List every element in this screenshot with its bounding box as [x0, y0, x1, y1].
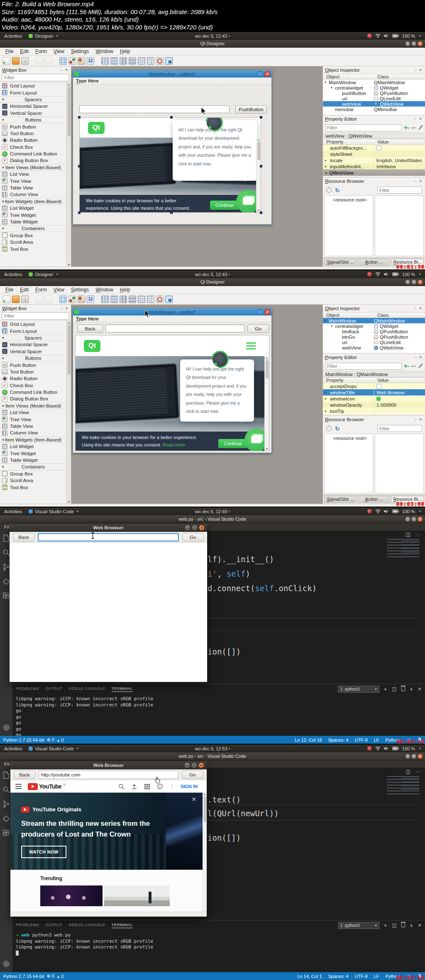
read-more-link[interactable]: Read more [162, 442, 185, 447]
selection-handle[interactable] [260, 165, 262, 167]
app-menu-vscode[interactable]: Visual Studio Code▾ [29, 746, 78, 751]
scroll-thumb[interactable] [204, 796, 206, 822]
resource-filter-input[interactable] [377, 425, 422, 432]
activities-button[interactable]: Activities [4, 272, 22, 277]
widget-box-item[interactable]: Buttons [0, 355, 66, 361]
widget-box-item[interactable]: List Widget [0, 443, 66, 450]
minimize-button[interactable] [405, 41, 410, 46]
close-banner-icon[interactable]: ✕ [191, 796, 196, 803]
maximize-button[interactable] [412, 517, 416, 522]
toolbar-icon[interactable] [30, 296, 34, 303]
debug-icon[interactable] [2, 815, 10, 823]
app-menu-designer[interactable]: Designer▾ [29, 272, 58, 277]
widget-box-item[interactable]: Push Button [0, 361, 66, 368]
menu-item[interactable]: Form [32, 287, 50, 293]
reload-icon[interactable] [335, 187, 340, 194]
window-controls[interactable] [405, 754, 423, 759]
widget-box-item[interactable]: Column View [0, 429, 66, 436]
menu-item[interactable]: Window [92, 287, 117, 293]
toolbar-icon[interactable] [59, 57, 67, 65]
configure-icon[interactable] [418, 125, 423, 131]
toolbar-icon[interactable] [78, 57, 85, 65]
widget-box-item[interactable]: Item Views (Model-Based) [0, 403, 66, 409]
widget-box-item[interactable]: Vertical Spacer [0, 348, 66, 355]
messages-icon[interactable] [157, 784, 163, 790]
app-menu-vscode[interactable]: Visual Studio Code▾ [29, 509, 78, 514]
vscode-titlebar[interactable]: web.py - src - Visual Studio Code [0, 752, 425, 760]
widget-box-item[interactable]: Table Widget [0, 457, 66, 463]
maximize-button[interactable] [412, 754, 416, 759]
errors-status[interactable]: 0 [46, 737, 54, 742]
toolbar-icon[interactable] [3, 57, 10, 65]
property-row[interactable]: locale English, UnitedStates [323, 157, 425, 163]
toolbar-icon[interactable] [21, 57, 29, 65]
scroll-up-icon[interactable]: ▲ [68, 83, 71, 86]
widget-box-item[interactable]: Tool Box [0, 245, 66, 252]
indentation-status[interactable]: Spaces: 4 [328, 737, 349, 742]
selection-handle[interactable] [260, 211, 262, 214]
cookie-continue-button[interactable]: Continue [210, 201, 239, 210]
panel-tab[interactable]: PROBLEMS [16, 922, 39, 928]
maximize-button[interactable] [192, 525, 197, 530]
widget-box-item[interactable]: Command Link Button [0, 389, 66, 395]
webview-scrollbar[interactable]: ▲▼ [256, 138, 261, 212]
widget-box-item[interactable]: Table View [0, 184, 66, 191]
property-row[interactable]: styleSheet [323, 151, 425, 157]
inspector-row[interactable]: url QLineEdit [323, 96, 425, 101]
panel-tab[interactable]: PROBLEMS [16, 686, 39, 692]
form-menubar[interactable]: Type Here [73, 315, 271, 323]
browser-viewport-empty[interactable] [10, 543, 207, 682]
menu-item[interactable]: Form [32, 49, 50, 54]
maximize-button[interactable] [192, 763, 197, 768]
go-button[interactable]: Go [182, 771, 203, 779]
form-menubar[interactable]: Type Here [73, 78, 271, 85]
errors-status[interactable]: 0 [46, 973, 54, 979]
widget-box-item[interactable]: Tool Button [0, 130, 66, 137]
clock[interactable]: wo dec 5, 12:43● [0, 272, 425, 277]
property-value[interactable] [374, 151, 425, 157]
close-button[interactable] [418, 41, 423, 46]
window-controls[interactable] [405, 517, 423, 522]
close-button[interactable] [418, 280, 423, 284]
eol-status[interactable]: LF [374, 974, 379, 979]
window-controls[interactable] [185, 525, 204, 530]
menu-item[interactable]: View [50, 49, 68, 54]
configure-icon[interactable] [418, 363, 423, 369]
app-menu-designer[interactable]: Designer▾ [29, 34, 58, 39]
widget-box-item[interactable]: Command Link Button [0, 150, 66, 157]
toolbar-icon[interactable] [138, 296, 145, 303]
watch-now-button[interactable]: WATCH NOW [21, 846, 66, 858]
menu-item[interactable]: File [2, 287, 17, 293]
toolbar-icon[interactable] [120, 57, 127, 65]
toolbar-icon[interactable] [36, 296, 43, 303]
widget-box-header[interactable]: Widget Box▫ ✕ [0, 305, 71, 312]
form-maximize-button[interactable] [257, 71, 263, 77]
terminal-output[interactable]: → web python3 web.pylibpng warning: iCCP… [12, 930, 425, 956]
widget-box-scrollbar[interactable]: ▲▼ [66, 82, 71, 267]
source-control-icon[interactable] [2, 800, 10, 808]
hamburger-menu-icon[interactable] [15, 784, 22, 789]
activities-button[interactable]: Activities [4, 509, 22, 514]
chat-bubble[interactable]: Hi! I can help you get the right Qt down… [180, 359, 254, 422]
toolbar-icon[interactable] [30, 57, 34, 65]
property-value[interactable] [374, 145, 425, 151]
dock-float-close-icons[interactable]: ▫ ✕ [415, 355, 423, 359]
widget-box-item[interactable]: Dialog Button Box [0, 157, 66, 164]
maximize-panel-icon[interactable] [410, 686, 413, 692]
expander-icon[interactable] [325, 80, 329, 84]
youtube-logo[interactable]: YouTubeNL [28, 783, 66, 790]
url-lineedit-widget[interactable] [79, 105, 230, 113]
toolbar-icon[interactable] [156, 296, 164, 303]
form-maximize-button[interactable] [257, 309, 263, 315]
system-tray[interactable]: 100 % ▾ [367, 34, 421, 39]
toolbar-icon[interactable] [45, 296, 52, 303]
toolbar-icon[interactable] [96, 57, 100, 65]
apps-grid-icon[interactable] [144, 784, 150, 790]
new-terminal-icon[interactable] [384, 922, 388, 929]
widget-filter-input[interactable] [2, 74, 69, 81]
toolbar-icon[interactable] [12, 296, 20, 303]
inspector-row[interactable]: url QLineEdit [323, 340, 425, 345]
minimize-button[interactable] [405, 517, 410, 522]
widget-box-item[interactable]: Column View [0, 191, 66, 198]
property-row[interactable]: windowIcon [323, 395, 425, 402]
